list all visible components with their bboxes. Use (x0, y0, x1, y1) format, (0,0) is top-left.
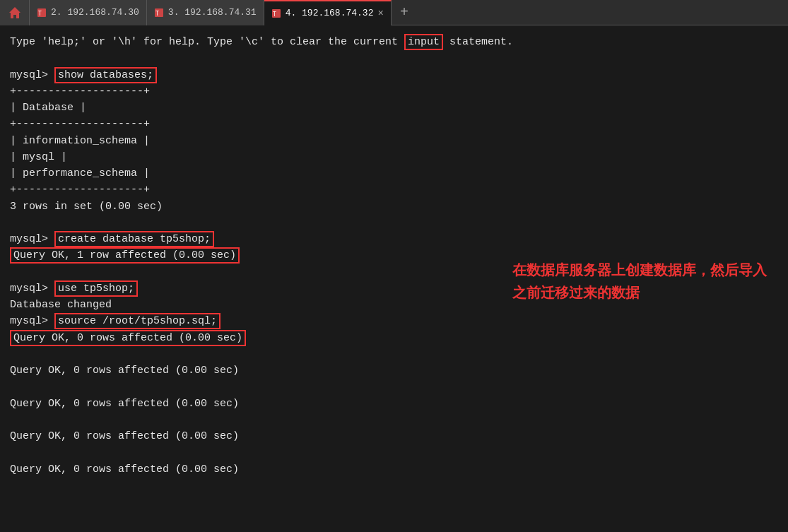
terminal-line-source: mysql> source /root/tp5shop.sql; (10, 313, 778, 329)
home-tab[interactable] (0, 0, 30, 25)
terminal-line-2 (10, 50, 778, 66)
terminal-line-q1: Query OK, 0 rows affected (0.00 sec) (10, 362, 778, 379)
terminal-line-blank5 (10, 412, 778, 428)
tab-192-168-74-31[interactable]: T 3. 192.168.74.31 (147, 0, 264, 25)
tab-label-2: 3. 192.168.74.31 (168, 7, 257, 18)
terminal-line-db3: | performance_schema | (10, 165, 778, 182)
terminal-line-rows1: 3 rows in set (0.00 sec) (10, 199, 778, 215)
terminal-line-show-db: mysql> show databases; (10, 67, 778, 83)
terminal-line-db1: | information_schema | (10, 133, 778, 149)
new-tab-button[interactable]: + (392, 0, 417, 25)
terminal-line-sep3: +--------------------+ (10, 182, 778, 198)
terminal-line-db2: | mysql | (10, 149, 778, 165)
terminal-line-1: Type 'help;' or '\h' for help. Type '\c'… (10, 34, 778, 50)
terminal-line-create: mysql> create database tp5shop; (10, 231, 778, 247)
svg-marker-0 (9, 7, 20, 18)
svg-text:T: T (273, 11, 276, 18)
terminal-line-sep1: +--------------------+ (10, 83, 778, 100)
svg-text:T: T (155, 11, 159, 17)
tab-label-1: 2. 192.168.74.30 (51, 7, 139, 18)
annotation-line1: 在数据库服务器上创建数据库，然后导入 (512, 262, 767, 278)
terminal-line-blank1 (10, 215, 778, 231)
terminal-line-q4: Query OK, 0 rows affected (0.00 sec) (10, 461, 778, 478)
tab-192-168-74-30[interactable]: T 2. 192.168.74.30 (30, 0, 147, 25)
terminal-line-blank3 (10, 346, 778, 362)
terminal-line-sep2: +--------------------+ (10, 116, 778, 132)
svg-text:T: T (38, 11, 42, 17)
tab-192-168-74-32[interactable]: T 4. 192.168.74.32 × (264, 0, 392, 25)
terminal-line-q3: Query OK, 0 rows affected (0.00 sec) (10, 428, 778, 444)
terminal-line-blank4 (10, 379, 778, 395)
tab-close-icon[interactable]: × (377, 8, 383, 19)
annotation-text: 在数据库服务器上创建数据库，然后导入 之前迁移过来的数据 (512, 259, 767, 304)
terminal-line-q2: Query OK, 0 rows affected (0.00 sec) (10, 396, 778, 412)
annotation-line2: 之前迁移过来的数据 (512, 285, 640, 300)
terminal-line-blank6 (10, 444, 778, 461)
terminal-line-header: | Database | (10, 100, 778, 116)
tab-label-3: 4. 192.168.74.32 (286, 8, 374, 18)
terminal-line-source-result: Query OK, 0 rows affected (0.00 sec) (10, 330, 778, 346)
terminal-area[interactable]: Type 'help;' or '\h' for help. Type '\c'… (0, 25, 788, 532)
tab-bar: T 2. 192.168.74.30 T 3. 192.168.74.31 T … (0, 0, 788, 25)
